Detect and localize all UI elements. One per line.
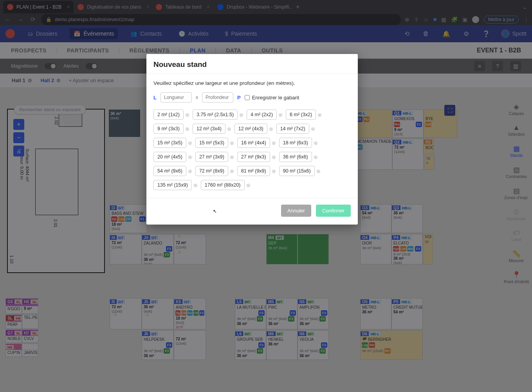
preset-button[interactable]: 1760 m² (88x20): [201, 180, 245, 190]
preset-button[interactable]: 20 m² (4x5): [153, 152, 186, 162]
delete-preset-icon[interactable]: ⊗: [185, 112, 189, 118]
preset-button[interactable]: 3.75 m² (2.5x1.5): [193, 110, 238, 120]
new-stand-modal: Nouveau stand Veuillez spécifiez une lar…: [146, 54, 358, 225]
preset-button[interactable]: 15 m² (3x5): [153, 138, 186, 148]
delete-preset-icon[interactable]: ⊗: [314, 154, 318, 160]
dimension-row: L x P Enregistrer le gabarit: [153, 92, 351, 102]
preset-button[interactable]: 36 m² (6x6): [279, 152, 312, 162]
modal-title: Nouveau stand: [153, 60, 351, 69]
delete-preset-icon[interactable]: ⊗: [185, 126, 189, 132]
delete-preset-icon[interactable]: ⊗: [227, 126, 231, 132]
delete-preset-icon[interactable]: ⊗: [239, 112, 243, 118]
delete-preset-icon[interactable]: ⊗: [314, 140, 318, 146]
delete-preset-icon[interactable]: ⊗: [188, 168, 192, 174]
delete-preset-icon[interactable]: ⊗: [188, 140, 192, 146]
modal-body: Veuillez spécifiez une largeur et une pr…: [146, 74, 358, 198]
preset-button[interactable]: 14 m² (7x2): [276, 124, 309, 134]
delete-preset-icon[interactable]: ⊗: [193, 182, 198, 188]
delete-preset-icon[interactable]: ⊗: [272, 154, 276, 160]
delete-preset-icon[interactable]: ⊗: [272, 168, 276, 174]
delete-preset-icon[interactable]: ⊗: [317, 112, 322, 118]
preset-button[interactable]: 18 m² (6x3): [279, 138, 312, 148]
modal-instructions: Veuillez spécifiez une largeur et une pr…: [153, 80, 351, 86]
x-label: x: [196, 95, 198, 100]
preset-button[interactable]: 135 m² (15x9): [153, 180, 192, 190]
preset-button[interactable]: 27 m² (3x9): [195, 152, 228, 162]
preset-button[interactable]: 4 m² (2x2): [247, 110, 277, 120]
preset-button[interactable]: 54 m² (9x6): [153, 166, 186, 176]
preset-button[interactable]: 12 m² (4x3): [234, 124, 267, 134]
delete-preset-icon[interactable]: ⊗: [272, 140, 276, 146]
depth-label: P: [237, 95, 241, 101]
preset-button[interactable]: 16 m² (4x4): [237, 138, 270, 148]
preset-button[interactable]: 81 m² (9x9): [237, 166, 270, 176]
delete-preset-icon[interactable]: ⊗: [311, 126, 315, 132]
preset-button[interactable]: 12 m² (3x4): [193, 124, 225, 134]
preset-button[interactable]: 2 m² (1x2): [153, 110, 184, 120]
modal-footer: Annuler Confirmer: [146, 198, 358, 225]
preset-button[interactable]: 9 m² (3x3): [153, 124, 184, 134]
preset-list: 2 m² (1x2)⊗3.75 m² (2.5x1.5)⊗4 m² (2x2)⊗…: [153, 110, 351, 190]
delete-preset-icon[interactable]: ⊗: [246, 182, 251, 188]
delete-preset-icon[interactable]: ⊗: [230, 140, 234, 146]
preset-button[interactable]: 72 m² (8x9): [195, 166, 228, 176]
delete-preset-icon[interactable]: ⊗: [188, 154, 192, 160]
save-template-checkbox[interactable]: Enregistrer le gabarit: [245, 95, 299, 101]
preset-button[interactable]: 90 m² (15x6): [279, 166, 315, 176]
delete-preset-icon[interactable]: ⊗: [278, 112, 283, 118]
depth-input[interactable]: [202, 92, 233, 102]
width-label: L: [153, 95, 157, 101]
width-input[interactable]: [161, 92, 192, 102]
preset-button[interactable]: 6 m² (3x2): [286, 110, 316, 120]
delete-preset-icon[interactable]: ⊗: [316, 168, 321, 174]
delete-preset-icon[interactable]: ⊗: [230, 168, 234, 174]
confirm-button[interactable]: Confirmer: [316, 205, 351, 217]
preset-button[interactable]: 15 m² (5x3): [195, 138, 228, 148]
delete-preset-icon[interactable]: ⊗: [269, 126, 273, 132]
checkbox-label: Enregistrer le gabarit: [252, 95, 299, 101]
delete-preset-icon[interactable]: ⊗: [230, 154, 234, 160]
checkbox-input[interactable]: [245, 95, 250, 100]
modal-header: Nouveau stand: [146, 54, 358, 74]
preset-button[interactable]: 27 m² (9x3): [237, 152, 270, 162]
cancel-button[interactable]: Annuler: [281, 205, 311, 217]
